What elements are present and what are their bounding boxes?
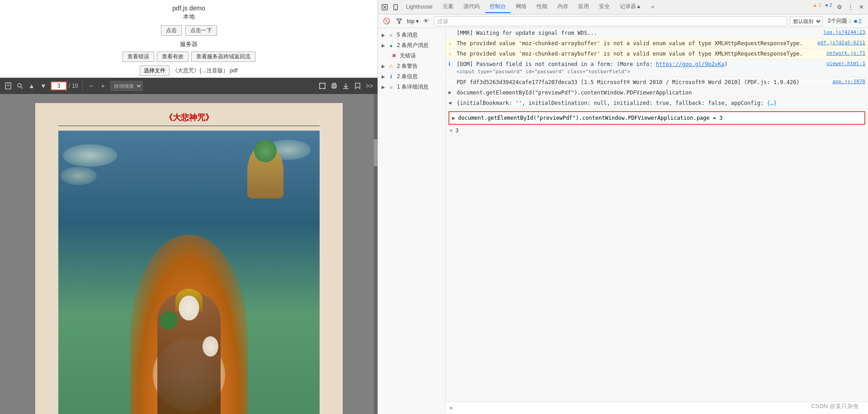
- file-select-btn[interactable]: 选择文件: [140, 66, 170, 76]
- msg-content-7: {initialBookmark: '', initialDestination…: [457, 99, 865, 107]
- click-btn-row: 点击 点击一下: [0, 25, 377, 36]
- console-output-area: [MMR] Waiting for update signal from WDS…: [446, 28, 868, 414]
- tab-sources[interactable]: 源代码: [459, 1, 484, 13]
- toolbar-right: >>: [318, 81, 374, 90]
- msg-content-1: [MMR] Waiting for update signal from WDS…: [457, 29, 820, 37]
- filter-icon[interactable]: [394, 16, 404, 26]
- console-filter-input[interactable]: [434, 16, 787, 26]
- zoom-in-icon[interactable]: +: [99, 81, 108, 90]
- bookmark-icon[interactable]: [4, 81, 13, 90]
- pdf-scrollbar-thumb[interactable]: [374, 139, 377, 166]
- msg-detail-4: <input type="password" id="password" cla…: [448, 68, 865, 76]
- verbose-label: 1 条详细消息: [397, 83, 429, 91]
- download-icon[interactable]: [341, 81, 350, 90]
- print-icon[interactable]: [330, 81, 339, 90]
- errors-label: 无错误: [400, 52, 416, 60]
- warnings-icon: ⚠: [388, 63, 394, 70]
- frame-selector[interactable]: top ▾: [407, 18, 419, 24]
- inspect-icon[interactable]: [380, 2, 390, 12]
- console-msg-3: ⚠ The provided value 'moz-chunked-arrayb…: [446, 49, 868, 59]
- next-page-icon[interactable]: ▼: [39, 81, 48, 90]
- eye-icon[interactable]: 👁: [421, 16, 431, 26]
- page-input-group: / 10: [51, 81, 78, 90]
- msg-source-3[interactable]: network.js:71: [826, 50, 865, 57]
- console-msg-7: ◀ {initialBookmark: '', initialDestinati…: [446, 98, 868, 108]
- expand-arrow-verbose: ▶: [382, 85, 385, 89]
- expand-arrow-user: ▶: [382, 43, 385, 48]
- filter-panel: ▶ ≡ 5 条消息 ▶ ● 2 条用户消息 ✖ 无错误 ▶ ⚠ 2 条警告 ▶: [378, 28, 446, 414]
- console-msg-6: ▶ document.getElementById("previewPdf").…: [446, 88, 868, 98]
- all-messages-label: 5 条消息: [397, 31, 418, 39]
- expand-arrow-info: ▶: [382, 74, 385, 79]
- pdf-scrollbar[interactable]: [374, 94, 377, 414]
- msg-content-6: document.getElementById("previewPdf").co…: [457, 89, 865, 97]
- console-result-line: < 3: [446, 126, 868, 136]
- settings-icon[interactable]: ⚙: [835, 2, 844, 12]
- dom-link[interactable]: https://goo.gl/9p2vKa: [656, 61, 725, 67]
- msg-icon-4: ℹ: [448, 61, 455, 68]
- msg-row-4: ℹ [DOM] Password field is not contained …: [448, 60, 865, 68]
- highlighted-cmd-text: document.getElementById("previewPdf").co…: [458, 114, 722, 122]
- tab-recorder[interactable]: 记录器▲: [615, 1, 646, 13]
- tab-performance[interactable]: 性能: [532, 1, 552, 13]
- click-btn-2[interactable]: 点击一下: [185, 25, 217, 36]
- tab-console[interactable]: 控制台: [485, 1, 510, 13]
- msg-source-1[interactable]: log.js?4244:23: [823, 29, 865, 37]
- info-label: 2 条信息: [397, 73, 418, 80]
- highlighted-command-box: ▶ document.getElementById("previewPdf").…: [448, 111, 865, 125]
- tab-lighthouse[interactable]: Lighthouse: [401, 2, 437, 13]
- msg-source-2[interactable]: pdf.js?d2a5:6211: [817, 39, 865, 47]
- file-info-text: 《大悲咒》(…注音版）.pdf: [172, 67, 237, 75]
- svg-point-3: [18, 84, 21, 87]
- console-msg-2: ⚠ The provided value 'moz-chunked-arrayb…: [446, 38, 868, 49]
- mobile-icon[interactable]: [391, 2, 401, 12]
- msg-content-4: [DOM] Password field is not contained in…: [457, 60, 823, 68]
- prev-page-icon[interactable]: ▲: [27, 81, 36, 90]
- tab-application[interactable]: 应用: [574, 1, 594, 13]
- console-toolbar: 🚫 top ▾ 👁 默认级别 2个问题： ■ 2: [378, 14, 868, 28]
- bookmark-add-icon[interactable]: [353, 81, 362, 90]
- tab-security[interactable]: 安全: [594, 1, 614, 13]
- msg-row-5: PDF fdf3d5263d39424cafe177fa207deca33 [1…: [448, 78, 865, 86]
- tab-network[interactable]: 网络: [511, 1, 531, 13]
- devtools-panel: Lighthouse 元素 源代码 控制台 网络 性能 内存 应用 安全 记录器…: [377, 0, 868, 414]
- view-valid-btn[interactable]: 查看有效: [157, 52, 189, 62]
- filter-all-messages[interactable]: ▶ ≡ 5 条消息: [378, 30, 445, 40]
- zoom-select[interactable]: 自动缩放: [110, 81, 143, 91]
- filter-user-messages[interactable]: ▶ ● 2 条用户消息: [378, 40, 445, 51]
- result-arrow: <: [449, 127, 453, 135]
- filter-warnings[interactable]: ▶ ⚠ 2 条警告: [378, 61, 445, 71]
- fullscreen-icon[interactable]: [318, 81, 327, 90]
- console-input[interactable]: [455, 405, 864, 411]
- clear-console-icon[interactable]: 🚫: [382, 16, 392, 26]
- menu-icon[interactable]: >>: [365, 81, 374, 90]
- tab-memory[interactable]: 内存: [553, 1, 573, 13]
- all-messages-icon: ≡: [388, 32, 394, 38]
- view-cors-btn[interactable]: 查看服务器跨域返回流: [191, 52, 255, 62]
- warning-badge: ▲ 2: [811, 2, 823, 12]
- zoom-out-icon[interactable]: −: [87, 81, 96, 90]
- tab-more[interactable]: »: [647, 2, 659, 13]
- view-error-btn[interactable]: 查看错误: [123, 52, 154, 62]
- msg-source-4[interactable]: viewer.html:1: [826, 60, 865, 68]
- tab-elements[interactable]: 元素: [438, 1, 458, 13]
- svg-rect-7: [333, 83, 335, 85]
- filter-info[interactable]: ▶ ℹ 2 条信息: [378, 71, 445, 82]
- filter-verbose[interactable]: ▶ ≡ 1 条详细消息: [378, 82, 445, 92]
- close-icon[interactable]: ✕: [856, 2, 866, 12]
- console-input-area: >: [446, 401, 868, 414]
- filter-errors[interactable]: ✖ 无错误: [378, 51, 445, 61]
- search-icon[interactable]: [15, 81, 24, 90]
- log-level-select[interactable]: 默认级别: [790, 16, 822, 26]
- msg-source-5[interactable]: app.js:1078: [832, 78, 865, 86]
- console-body: ▶ ≡ 5 条消息 ▶ ● 2 条用户消息 ✖ 无错误 ▶ ⚠ 2 条警告 ▶: [378, 28, 868, 414]
- msg-icon-6: ▶: [448, 89, 455, 97]
- page-number-input[interactable]: [51, 81, 67, 90]
- more-vert-icon[interactable]: ⋮: [845, 2, 855, 12]
- result-value: 3: [455, 127, 458, 135]
- issues-count-num: ■ 2: [854, 18, 862, 24]
- svg-rect-8: [333, 86, 335, 88]
- console-input-prompt: >: [449, 405, 453, 411]
- file-select-row: 选择文件 《大悲咒》(…注音版）.pdf: [0, 66, 377, 76]
- click-btn-1[interactable]: 点击: [161, 25, 182, 36]
